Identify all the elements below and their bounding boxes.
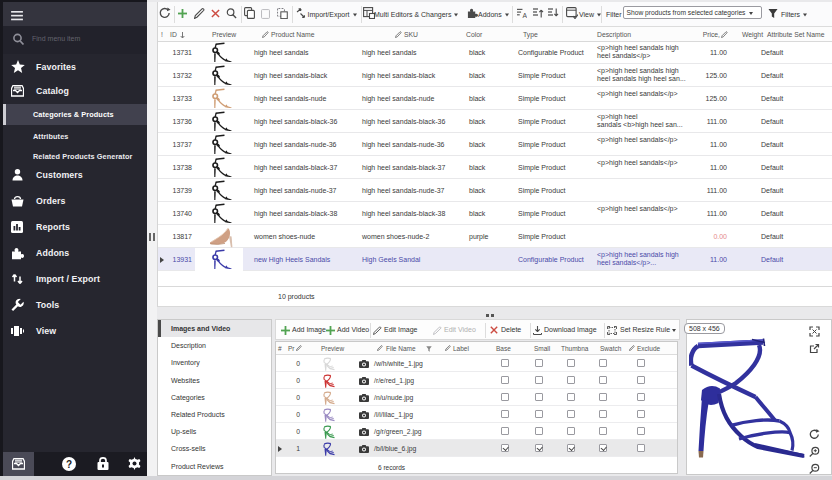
svg-text:A: A xyxy=(522,12,527,18)
svg-text:?: ? xyxy=(66,459,72,470)
